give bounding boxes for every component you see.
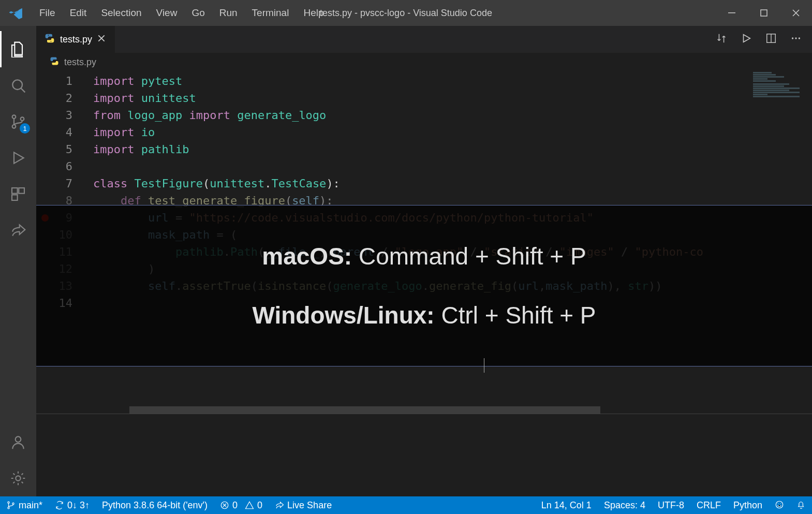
title-bar: File Edit Selection View Go Run Terminal… (0, 0, 812, 26)
close-button[interactable] (780, 0, 812, 26)
code-line[interactable]: 7class TestFigure(unittest.TestCase): (36, 175, 812, 192)
menu-go[interactable]: Go (184, 0, 212, 26)
error-icon (220, 501, 229, 510)
breadcrumb[interactable]: tests.py (36, 53, 812, 71)
tab-close-icon[interactable] (97, 34, 106, 45)
line-number: 3 (36, 107, 93, 124)
status-branch[interactable]: main* (0, 496, 49, 514)
svg-point-10 (16, 476, 20, 480)
menu-file[interactable]: File (32, 0, 63, 26)
source-control-badge: 1 (20, 123, 30, 134)
activity-settings[interactable] (0, 460, 36, 496)
activity-extensions[interactable] (0, 176, 36, 212)
line-number: 7 (36, 175, 93, 192)
line-content[interactable]: class TestFigure(unittest.TestCase): (93, 175, 812, 192)
menu-run[interactable]: Run (212, 0, 245, 26)
status-notifications[interactable] (790, 500, 812, 509)
svg-rect-7 (19, 188, 24, 194)
minimize-button[interactable] (716, 0, 748, 26)
menu-bar: File Edit Selection View Go Run Terminal… (32, 0, 331, 26)
maximize-button[interactable] (748, 0, 780, 26)
activity-explorer[interactable] (0, 31, 36, 67)
svg-point-12 (792, 37, 793, 39)
svg-point-16 (8, 507, 9, 509)
code-line[interactable]: 1import pytest (36, 72, 812, 90)
menu-terminal[interactable]: Terminal (245, 0, 297, 26)
share-arrow-icon (10, 222, 26, 239)
breadcrumb-file: tests.py (64, 57, 96, 68)
branch-icon (6, 501, 16, 510)
svg-point-2 (12, 80, 22, 90)
status-bar: main* 0↓ 3↑ Python 3.8.6 64-bit ('env') … (0, 496, 812, 514)
search-icon (10, 77, 26, 94)
code-line[interactable]: 2import unittest (36, 90, 812, 107)
window-controls (716, 0, 812, 26)
sync-icon (55, 501, 64, 510)
compare-changes-icon[interactable] (716, 33, 727, 46)
activity-bar: 1 (0, 26, 36, 496)
code-line[interactable]: 6 (36, 158, 812, 175)
activity-search[interactable] (0, 67, 36, 104)
svg-point-13 (795, 37, 796, 39)
activity-live-share[interactable] (0, 212, 36, 248)
activity-source-control[interactable]: 1 (0, 104, 36, 140)
status-sync[interactable]: 0↓ 3↑ (49, 496, 96, 514)
activity-run-debug[interactable] (0, 140, 36, 176)
status-encoding[interactable]: UTF-8 (652, 500, 690, 511)
status-feedback[interactable] (769, 500, 790, 509)
editor-area: tests.py (36, 26, 812, 496)
tab-tests-py[interactable]: tests.py (36, 26, 115, 53)
status-interpreter[interactable]: Python 3.8.6 64-bit ('env') (96, 496, 214, 514)
svg-point-15 (8, 502, 9, 503)
status-live-share[interactable]: Live Share (269, 496, 338, 514)
status-spaces[interactable]: Spaces: 4 (598, 500, 652, 511)
live-share-icon (275, 501, 284, 510)
svg-rect-6 (12, 188, 18, 194)
menu-view[interactable]: View (149, 0, 185, 26)
svg-point-9 (16, 436, 21, 442)
overlay-line-macos: macOS: Command + Shift + P (36, 242, 812, 270)
bottom-panel[interactable] (36, 414, 812, 496)
more-actions-icon[interactable] (790, 33, 802, 46)
line-number: 5 (36, 141, 93, 158)
code-line[interactable]: 3from logo_app import generate_logo (36, 107, 812, 124)
code-line[interactable]: 5import pathlib (36, 141, 812, 158)
line-content[interactable]: import pytest (93, 72, 812, 90)
line-content[interactable] (93, 158, 812, 175)
menu-edit[interactable]: Edit (63, 0, 94, 26)
vscode-logo-icon (0, 6, 32, 20)
window-title: tests.py - pvscc-logo - Visual Studio Co… (320, 8, 492, 19)
shortcut-overlay: macOS: Command + Shift + P Windows/Linux… (36, 205, 812, 366)
line-number: 1 (36, 72, 93, 90)
line-number: 6 (36, 158, 93, 175)
activity-accounts[interactable] (0, 424, 36, 460)
status-eol[interactable]: CRLF (690, 500, 727, 511)
python-file-icon (45, 33, 55, 46)
play-bug-icon (10, 150, 26, 166)
account-icon (10, 434, 26, 450)
line-content[interactable]: import pathlib (93, 141, 812, 158)
line-content[interactable]: from logo_app import generate_logo (93, 107, 812, 124)
status-position[interactable]: Ln 14, Col 1 (535, 500, 598, 511)
svg-point-4 (12, 125, 16, 128)
svg-point-19 (776, 501, 783, 508)
menu-selection[interactable]: Selection (94, 0, 149, 26)
svg-point-3 (12, 115, 16, 119)
line-content[interactable]: import io (93, 124, 812, 141)
text-cursor (484, 358, 484, 373)
line-number: 4 (36, 124, 93, 141)
split-editor-icon[interactable] (765, 33, 777, 46)
status-problems[interactable]: 0 0 (214, 496, 269, 514)
line-content[interactable]: import unittest (93, 90, 812, 107)
python-file-icon (50, 56, 59, 68)
svg-point-14 (799, 37, 800, 39)
status-language[interactable]: Python (727, 500, 769, 511)
code-line[interactable]: 4import io (36, 124, 812, 141)
files-icon (10, 41, 26, 57)
run-file-icon[interactable] (741, 33, 752, 46)
horizontal-scrollbar[interactable] (129, 406, 600, 414)
editor-tab-actions (705, 26, 812, 53)
bell-icon (796, 500, 806, 509)
gear-icon (10, 470, 26, 487)
feedback-icon (775, 500, 784, 509)
